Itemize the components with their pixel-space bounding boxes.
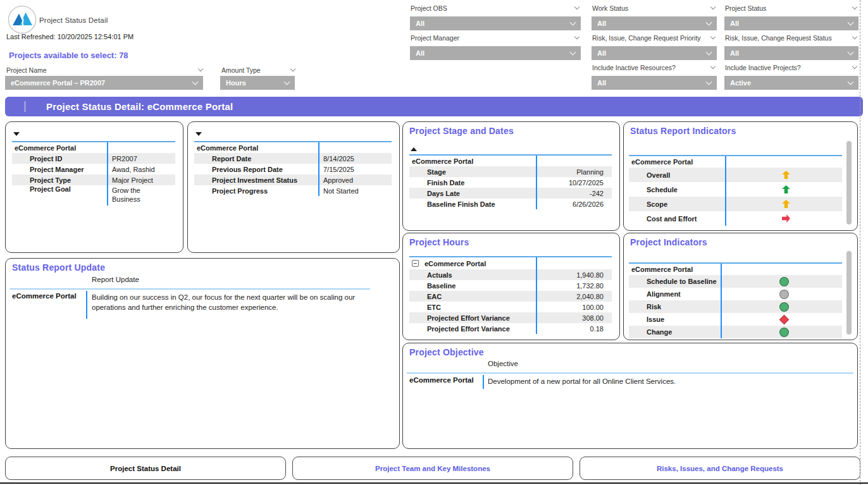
project-obs-dropdown[interactable]: All (410, 16, 581, 30)
chevron-down-icon[interactable] (198, 66, 203, 71)
project-status-dropdown[interactable]: All (724, 16, 859, 30)
chevron-down-icon[interactable] (852, 34, 857, 39)
group-label: eCommerce Portal (12, 144, 107, 152)
row-value: 1,940.80 (536, 269, 612, 280)
page-bottom-line (0, 482, 868, 484)
project-info-panel: eCommerce Portal Project ID PR2007 Proje… (5, 121, 183, 253)
row-value: PR2007 (107, 153, 175, 164)
nav-button-project-team-milestones[interactable]: Project Team and Key Milestones (292, 457, 573, 480)
row-label: Actuals (409, 271, 536, 279)
collapse-triangle-icon[interactable] (13, 132, 20, 136)
project-info-table: eCommerce Portal Project ID PR2007 Proje… (12, 141, 175, 206)
right-arrow-icon (782, 214, 790, 223)
group-label: eCommerce Portal (409, 157, 536, 165)
project-hours-table: − eCommerce Portal Actuals 1,940.80 Base… (409, 256, 612, 334)
collapse-triangle-icon[interactable] (195, 132, 202, 136)
row-label: Risk (629, 303, 721, 310)
collapse-minus-icon[interactable]: − (412, 260, 419, 267)
panel-scrollbar[interactable] (846, 251, 852, 335)
include-inactive-resources-dropdown[interactable]: All (592, 76, 717, 90)
banner-accent (24, 101, 26, 112)
row-label: Alignment (629, 290, 721, 298)
ricr-status-dropdown[interactable]: All (724, 46, 859, 60)
page-edge-dashed-line (860, 0, 860, 485)
row-label: Report Date (194, 155, 318, 163)
row-indicator-cell (721, 326, 842, 338)
row-indicator-cell (725, 182, 842, 197)
nav-button-label: Project Status Detail (110, 465, 181, 472)
table-row: Schedule to Baseline (629, 275, 842, 288)
row-label: Project Manager (12, 166, 107, 173)
chevron-down-icon[interactable] (852, 4, 857, 9)
up-arrow-icon (782, 171, 790, 179)
project-manager-value: All (416, 49, 425, 57)
red-diamond-icon (779, 314, 789, 324)
sort-triangle-up-icon[interactable] (411, 147, 417, 151)
chevron-down-icon[interactable] (710, 64, 716, 69)
chevron-down-icon (706, 79, 712, 85)
include-inactive-projects-dropdown[interactable]: Active (724, 76, 859, 90)
project-hours-panel: Project Hours − eCommerce Portal Actuals… (402, 233, 620, 340)
nav-button-label: Risks, Issues, and Change Requests (657, 465, 783, 472)
table-row: ETC 100.00 (409, 302, 612, 312)
group-value (318, 142, 392, 153)
include-inactive-resources-value: All (597, 79, 606, 87)
project-status-filter-label: Project Status (725, 3, 857, 13)
table-header-line (407, 372, 853, 374)
row-label: Scope (629, 200, 725, 208)
project-name-dropdown[interactable]: eCommerce Portal – PR2007 (5, 76, 203, 90)
chevron-down-icon[interactable] (290, 66, 295, 71)
ricr-priority-dropdown[interactable]: All (592, 46, 717, 60)
nav-button-project-status-detail[interactable]: Project Status Detail (5, 457, 286, 480)
table-row: Baseline 1,732.80 (409, 280, 612, 291)
work-status-dropdown[interactable]: All (592, 16, 717, 30)
row-label: Project ID (12, 155, 107, 163)
nav-button-risks-issues-changes[interactable]: Risks, Issues, and Change Requests (580, 457, 860, 480)
column-header: Objective (488, 360, 518, 367)
project-name-filter-label: Project Name (6, 65, 202, 75)
chevron-down-icon (848, 20, 854, 26)
group-value (725, 156, 842, 168)
table-row: Project Progress Not Started (194, 185, 392, 196)
row-indicator-cell (721, 288, 842, 300)
status-report-indicators-panel: Status Report Indicators eCommerce Porta… (623, 121, 858, 231)
banner-title: Project Status Detail: eCommerce Portal (46, 101, 233, 112)
chevron-down-icon (706, 20, 712, 26)
row-value: 6/26/2026 (536, 199, 612, 209)
amount-type-filter-label: Amount Type (221, 65, 295, 75)
chevron-down-icon[interactable] (574, 4, 580, 9)
row-label: Projected Effort Variance (409, 314, 536, 322)
row-label: EAC (409, 293, 536, 300)
app-logo-mountain-icon (8, 5, 37, 34)
column-divider (483, 375, 484, 389)
ricr-priority-filter-label: Risk, Issue, Change Request Priority (592, 33, 715, 42)
row-label: eCommerce Portal (409, 376, 474, 384)
panel-title: Status Report Update (12, 262, 105, 273)
group-label: eCommerce Portal (425, 260, 486, 267)
chevron-down-icon[interactable] (710, 34, 716, 39)
row-label: Change (629, 328, 721, 336)
green-circle-icon (779, 302, 789, 312)
project-manager-dropdown[interactable]: All (410, 46, 581, 60)
amount-type-dropdown[interactable]: Hours (220, 76, 295, 90)
chevron-down-icon[interactable] (852, 64, 857, 69)
projects-available-text: Projects available to select: 78 (9, 51, 128, 60)
project-indicators-panel: Project Indicators eCommerce Portal Sche… (623, 233, 858, 340)
ricr-priority-value: All (597, 49, 606, 57)
status-report-update-panel: Status Report Update Report Update eComm… (5, 258, 400, 449)
panel-scrollbar[interactable] (846, 141, 852, 224)
project-manager-label-text: Project Manager (411, 34, 459, 42)
group-label-wrap: − eCommerce Portal (409, 260, 536, 267)
row-label: Schedule (629, 186, 725, 193)
row-value: -242 (536, 188, 612, 199)
panel-title: Project Hours (409, 237, 469, 247)
chevron-down-icon[interactable] (574, 34, 580, 39)
row-label: Baseline Finish Date (409, 200, 536, 208)
report-update-text: Building on our success in Q2, our focus… (92, 292, 383, 312)
ricr-priority-label-text: Risk, Issue, Change Request Priority (592, 34, 701, 42)
chevron-down-icon[interactable] (710, 4, 716, 9)
row-value: Approved (318, 175, 392, 185)
table-row: Days Late -242 (409, 188, 612, 199)
table-row: Projected Effort Variance 0.18 (409, 323, 612, 334)
chevron-down-icon (570, 49, 576, 56)
